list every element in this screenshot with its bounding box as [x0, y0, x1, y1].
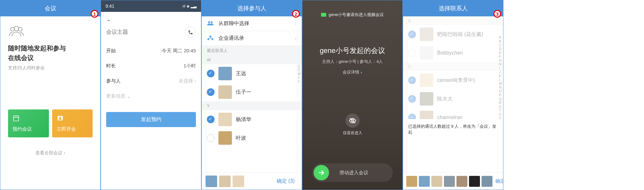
avatar [218, 85, 232, 99]
checkbox[interactable] [207, 116, 215, 123]
start-meeting-button[interactable]: 立即开会 [52, 109, 93, 137]
selected-avatar[interactable] [482, 176, 492, 187]
invite-banner: gene小号邀请你进入视频会议 [302, 12, 402, 18]
select-from-group-row[interactable]: 从群聊中选择 › [202, 16, 302, 31]
contact-name: Bobbychen [437, 50, 463, 56]
avatar [218, 113, 232, 126]
svg-rect-10 [212, 39, 213, 40]
selected-avatar[interactable] [456, 176, 467, 187]
selected-avatar[interactable] [444, 176, 455, 187]
checkbox[interactable] [408, 95, 416, 103]
recent-contacts-header: 最近联系人 [202, 46, 302, 56]
status-time: 9:41 [106, 4, 114, 9]
checkbox[interactable] [207, 88, 215, 96]
battery-icon: ▂▃ [191, 4, 197, 8]
person-icon [57, 115, 64, 122]
avatar [218, 67, 232, 80]
svg-point-1 [14, 26, 19, 31]
selected-avatar[interactable] [206, 176, 217, 187]
calendar-icon [13, 115, 20, 122]
select-contacts-screen: 选择联系人 3 B吧啦巴啦啦 (花生酱)BobbychenCcansonli(李… [403, 0, 503, 190]
contact-row[interactable]: 伍子一 [202, 83, 302, 101]
contact-row[interactable]: Bobbychen [403, 44, 503, 62]
chevron-right-icon: › [361, 70, 362, 75]
start-time-row[interactable]: 开始今天 周二 20:45 [101, 43, 201, 58]
selected-avatar[interactable] [469, 176, 480, 187]
selected-avatar[interactable] [219, 176, 231, 187]
slide-label: 滑动进入会议 [329, 170, 391, 176]
more-info-row[interactable]: 更多信息 ⌄ [101, 89, 201, 104]
avatar [420, 28, 433, 41]
meeting-subtitle: 主持人：gene小号 | 参与人：4人 [302, 59, 402, 65]
contact-row[interactable]: 杨清华 [202, 110, 302, 129]
header-title: 选择参与人 [202, 0, 302, 16]
view-all-meetings-link[interactable]: 查看全部会议 › [8, 150, 93, 156]
avatar [218, 131, 232, 145]
collapse-button[interactable]: ⌄ [101, 12, 201, 27]
confirm-button[interactable]: 确定 (3) [273, 176, 298, 186]
submit-reservation-button[interactable]: 发起预约 [106, 112, 196, 127]
checkbox[interactable] [207, 134, 215, 142]
svg-rect-8 [209, 36, 211, 37]
svg-rect-3 [14, 116, 19, 121]
phone-button[interactable] [185, 27, 196, 38]
contact-row[interactable]: channelran [403, 108, 503, 119]
contact-row[interactable]: 王远 [202, 64, 302, 83]
selected-avatar[interactable] [419, 176, 430, 187]
contact-name: 陈大大 [437, 96, 453, 102]
duration-row[interactable]: 时长1小时 [101, 58, 201, 73]
selected-avatar[interactable] [233, 176, 244, 187]
chevron-down-icon: ⌄ [127, 93, 131, 99]
meeting-home-screen: 会议 1 随时随地发起和参与在线会议 支持25人同时参会 预约会议 立即开会 查… [0, 0, 101, 190]
contact-row[interactable]: 陈大大 [403, 90, 503, 108]
signal-icon: ııl [182, 4, 185, 8]
camera-icon [321, 13, 326, 17]
chevron-right-icon: › [295, 36, 297, 41]
meeting-detail-link[interactable]: 会议详情 › [343, 69, 362, 75]
checkbox[interactable] [408, 76, 416, 84]
incoming-meeting-screen: gene小号邀请你进入视频会议 gene小号发起的会议 主持人：gene小号 |… [302, 0, 403, 190]
slide-handle[interactable] [314, 165, 329, 180]
section-letter: B [403, 16, 503, 25]
reserve-meeting-button[interactable]: 预约会议 [8, 109, 49, 137]
section-letter: Y [202, 101, 302, 110]
hero-subtitle: 支持25人同时参会 [8, 65, 93, 71]
checkbox[interactable] [207, 70, 215, 77]
alpha-index[interactable]: QSWYZ [298, 65, 301, 83]
arrow-right-icon [317, 169, 325, 177]
audio-only-label: 仅语音进入 [302, 130, 402, 136]
annotation-marker-3: 3 [493, 10, 501, 18]
phone-icon [188, 30, 193, 35]
conversion-note: 已选择的通话人数超过 9 人，将改为「会议」发起 [403, 119, 503, 140]
contact-row[interactable]: 吧啦巴啦啦 (花生酱) [403, 25, 503, 44]
svg-rect-9 [207, 39, 209, 40]
selected-avatar[interactable] [431, 176, 442, 187]
audio-only-button[interactable] [345, 114, 360, 128]
contact-row[interactable]: cansonli(李景中) [403, 71, 503, 90]
chevron-right-icon: › [295, 21, 297, 27]
svg-point-7 [211, 21, 213, 23]
header-title: 选择联系人 [403, 0, 503, 16]
checkbox[interactable] [408, 49, 416, 57]
create-meeting-screen: 9:41 ııl ◈ ▂▃ ⌄ 开始今天 周二 20:45 时长1小时 参与人 … [101, 0, 201, 190]
contact-name: 叶波 [236, 135, 246, 142]
checkbox[interactable] [408, 30, 416, 38]
checkbox[interactable] [408, 114, 416, 119]
svg-point-5 [59, 117, 61, 118]
enterprise-contacts-row[interactable]: 企业通讯录 › [202, 31, 302, 46]
annotation-marker-1: 1 [91, 10, 98, 18]
confirm-button[interactable]: 确定(12) [494, 176, 503, 186]
slide-to-join[interactable]: 滑动进入会议 [312, 163, 393, 182]
meeting-topic-input[interactable] [106, 29, 185, 35]
selected-avatar[interactable] [406, 176, 417, 187]
chevron-right-icon: › [64, 150, 65, 155]
svg-point-2 [18, 27, 22, 31]
avatar [420, 73, 433, 87]
contact-name: 吧啦巴啦啦 (花生酱) [437, 31, 483, 38]
participants-row[interactable]: 参与人 未选择 › [101, 73, 201, 89]
chevron-right-icon: › [194, 78, 196, 83]
contact-row[interactable]: 叶波 [202, 129, 302, 147]
alpha-index[interactable]: ABCDEFGHIJKLMNOPQRSTUVW [499, 36, 502, 119]
svg-point-6 [208, 21, 210, 23]
contact-name: 伍子一 [236, 89, 251, 96]
